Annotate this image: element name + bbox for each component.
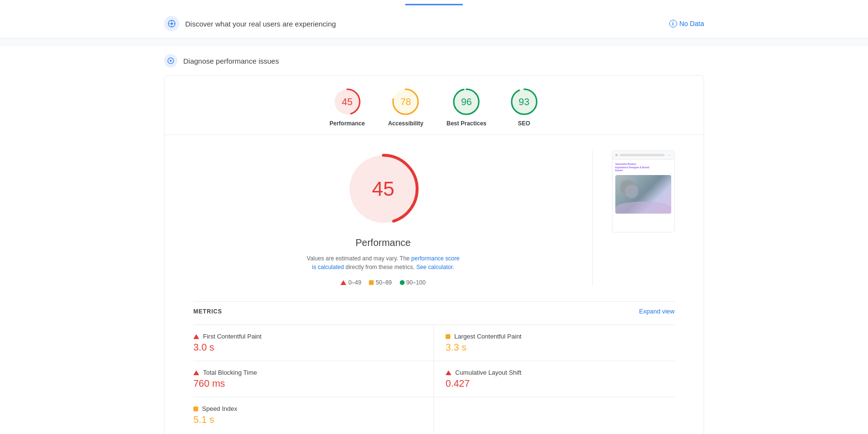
perf-desc-text1: Values are estimated and may vary. The (307, 255, 411, 262)
legend-label-orange: 50–89 (376, 279, 392, 286)
metric-lcp-value: 3.3 s (446, 342, 675, 353)
metric-cls-name: Cumulative Layout Shift (455, 369, 521, 376)
vertical-divider (592, 150, 593, 286)
preview-heading: Samantha BowersExperience Designer & Bra… (615, 163, 671, 172)
metric-empty (434, 397, 675, 433)
score-item-accessibility[interactable]: 78 Accessibility (388, 87, 423, 127)
metrics-row-2: Total Blocking Time 760 ms Cumulative La… (193, 361, 675, 397)
score-item-seo[interactable]: 93 SEO (510, 87, 539, 127)
metric-cls: Cumulative Layout Shift 0.427 (434, 361, 675, 397)
metric-si-header: Speed Index (193, 405, 422, 412)
metric-tbt-name: Total Blocking Time (203, 369, 257, 376)
metric-si-icon (193, 407, 198, 411)
perf-desc-text3: . (453, 264, 454, 271)
legend-dot-orange (369, 280, 374, 285)
preview-browser-bar: ⋯ (612, 151, 674, 160)
main-content: 45 Performance Values are estimated and … (164, 135, 704, 301)
metric-lcp-name: Largest Contentful Paint (454, 333, 521, 340)
big-score-circle: 45 (345, 150, 422, 228)
legend: 0–49 50–89 90–100 (340, 279, 425, 286)
metric-fcp-name: First Contentful Paint (203, 333, 261, 340)
score-label-accessibility: Accessibility (388, 120, 423, 127)
score-label-seo: SEO (518, 120, 530, 127)
metric-lcp-icon (446, 334, 450, 339)
no-data-label: No Data (679, 20, 704, 27)
legend-label-green: 90–100 (407, 279, 426, 286)
calc-link[interactable]: See calculator (416, 264, 452, 271)
score-number-seo: 93 (519, 96, 529, 108)
metrics-row-1: First Contentful Paint 3.0 s Largest Con… (193, 325, 675, 361)
scores-row: 45 Performance 78 Accessibility (164, 76, 704, 135)
preview-url-bar (620, 154, 665, 156)
discover-title: Discover what your real users are experi… (185, 20, 336, 28)
big-score-number: 45 (372, 177, 394, 201)
no-data-button[interactable]: i No Data (669, 20, 704, 27)
info-icon: i (669, 20, 677, 27)
metric-si-value: 5.1 s (193, 414, 422, 425)
legend-dot-green (400, 280, 405, 285)
expand-view-button[interactable]: Expand view (639, 308, 675, 315)
metric-cls-value: 0.427 (446, 378, 675, 389)
preview-circle2 (625, 185, 638, 198)
score-number-accessibility: 78 (400, 96, 411, 108)
metrics-row-3: Speed Index 5.1 s (193, 397, 675, 433)
score-item-performance[interactable]: 45 Performance (329, 87, 365, 127)
legend-label-red: 0–49 (348, 279, 361, 286)
svg-point-7 (170, 60, 172, 62)
metrics-header: METRICS Expand view (193, 301, 675, 321)
right-panel: ⋯ Samantha BowersExperience Designer & B… (612, 150, 675, 232)
preview-blob (615, 202, 671, 214)
metric-lcp: Largest Contentful Paint 3.3 s (434, 325, 675, 361)
score-circle-best-practices: 96 (452, 87, 481, 116)
left-panel: 45 Performance Values are estimated and … (193, 150, 573, 286)
metric-tbt-value: 760 ms (193, 378, 422, 389)
score-circle-seo: 93 (510, 87, 539, 116)
score-item-best-practices[interactable]: 96 Best Practices (447, 87, 487, 127)
perf-title: Performance (355, 237, 411, 248)
diagnose-section: Diagnose performance issues 45 Performan… (0, 46, 868, 434)
metric-cls-header: Cumulative Layout Shift (446, 369, 675, 376)
score-number-performance: 45 (342, 96, 353, 108)
metric-si: Speed Index 5.1 s (193, 397, 434, 433)
scores-panel: 45 Performance 78 Accessibility (164, 75, 704, 434)
score-circle-accessibility: 78 (391, 87, 420, 116)
discover-left: Discover what your real users are experi… (164, 16, 336, 31)
page-container: Discover what your real users are experi… (0, 0, 868, 434)
score-label-best-practices: Best Practices (447, 120, 487, 127)
loading-progress-bar (405, 4, 463, 5)
legend-item-green: 90–100 (400, 279, 426, 286)
metric-fcp-value: 3.0 s (193, 342, 422, 353)
preview-image (615, 175, 671, 214)
preview-dot1 (615, 154, 618, 156)
diagnose-title: Diagnose performance issues (183, 57, 279, 65)
svg-point-1 (171, 23, 173, 25)
metrics-section: METRICS Expand view First Contentful Pai… (164, 301, 704, 434)
discover-icon (164, 16, 179, 31)
discover-section: Discover what your real users are experi… (0, 9, 868, 39)
metric-tbt: Total Blocking Time 760 ms (193, 361, 434, 397)
perf-desc-text2: directly from these metrics. (344, 264, 416, 271)
metrics-title: METRICS (193, 308, 222, 315)
legend-item-orange: 50–89 (369, 279, 392, 286)
perf-desc: Values are estimated and may vary. The p… (306, 254, 461, 271)
diagnose-icon (164, 54, 177, 68)
metric-fcp-icon (193, 334, 199, 339)
metric-tbt-header: Total Blocking Time (193, 369, 422, 376)
metric-lcp-header: Largest Contentful Paint (446, 333, 675, 340)
diagnose-header: Diagnose performance issues (164, 54, 704, 68)
legend-item-red: 0–49 (340, 279, 361, 286)
preview-content: Samantha BowersExperience Designer & Bra… (612, 160, 674, 217)
preview-menu-dots: ⋯ (667, 153, 671, 157)
website-preview: ⋯ Samantha BowersExperience Designer & B… (612, 150, 675, 232)
metric-fcp: First Contentful Paint 3.0 s (193, 325, 434, 361)
metric-cls-icon (446, 370, 451, 375)
legend-dot-red (340, 280, 346, 285)
metric-si-name: Speed Index (202, 405, 237, 412)
score-number-best-practices: 96 (461, 96, 472, 108)
score-label-performance: Performance (329, 120, 365, 127)
metric-fcp-header: First Contentful Paint (193, 333, 422, 340)
score-circle-performance: 45 (333, 87, 362, 116)
progress-bar-container (0, 0, 868, 9)
metric-tbt-icon (193, 370, 199, 375)
